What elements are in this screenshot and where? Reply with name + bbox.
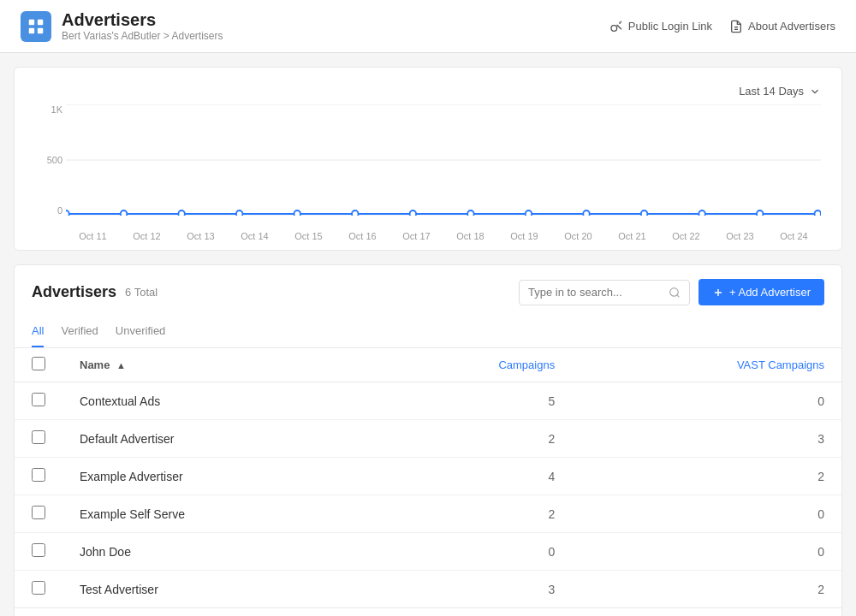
row-checkbox[interactable] <box>32 543 45 557</box>
svg-point-18 <box>526 210 532 216</box>
row-checkbox[interactable] <box>32 393 45 406</box>
vast-campaigns-count: 0 <box>572 382 841 420</box>
search-input[interactable] <box>528 286 663 299</box>
x-label-oct12: Oct 12 <box>120 231 174 241</box>
svg-rect-2 <box>29 27 34 33</box>
x-label-oct17: Oct 17 <box>389 231 443 241</box>
chart-inner <box>66 104 821 216</box>
key-icon <box>609 20 623 33</box>
table-row: Test Advertiser 3 2 <box>15 571 841 608</box>
add-button-label: + Add Advertiser <box>729 286 811 299</box>
x-axis-labels: Oct 11 Oct 12 Oct 13 Oct 14 Oct 15 Oct 1… <box>66 231 821 241</box>
table-row: John Doe 0 0 <box>15 533 841 571</box>
svg-point-19 <box>583 210 590 216</box>
table-row: Example Self Serve 2 0 <box>15 495 841 533</box>
sort-icon: ▲ <box>116 360 126 370</box>
x-label-oct18: Oct 18 <box>443 231 497 241</box>
row-checkbox[interactable] <box>32 506 45 519</box>
total-badge: 6 Total <box>125 286 158 299</box>
row-checkbox-cell[interactable] <box>15 571 62 608</box>
table-header-row: Name ▲ Campaigns VAST Campaigns <box>15 348 841 382</box>
tab-unverified[interactable]: Unverified <box>116 324 166 347</box>
vast-campaigns-column-header[interactable]: VAST Campaigns <box>572 348 841 382</box>
svg-point-15 <box>352 210 359 216</box>
x-label-oct24: Oct 24 <box>767 231 821 241</box>
svg-point-17 <box>467 210 474 216</box>
filter-tabs: All Verified Unverified <box>15 314 841 348</box>
svg-point-23 <box>814 210 821 216</box>
advertiser-name[interactable]: Test Advertiser <box>62 571 372 608</box>
x-label-oct13: Oct 13 <box>174 231 228 241</box>
section-header: Advertisers 6 Total + Add Advertiser <box>15 265 841 305</box>
table-row: Example Advertiser 4 2 <box>15 458 841 495</box>
campaigns-count: 3 <box>372 571 572 608</box>
y-label-0: 0 <box>35 205 62 216</box>
tab-verified[interactable]: Verified <box>61 324 98 347</box>
x-label-oct21: Oct 21 <box>605 231 659 241</box>
x-label-oct22: Oct 22 <box>659 231 713 241</box>
chart-svg <box>66 104 821 216</box>
x-label-oct16: Oct 16 <box>336 231 389 241</box>
campaigns-column-header[interactable]: Campaigns <box>372 348 572 382</box>
row-checkbox-cell[interactable] <box>15 420 62 458</box>
advertiser-name[interactable]: John Doe <box>62 533 372 571</box>
svg-point-11 <box>121 210 128 216</box>
public-login-label: Public Login Link <box>628 20 712 33</box>
svg-rect-1 <box>38 19 43 24</box>
header-title: Advertisers Bert Varias's AdButler > Adv… <box>62 10 223 42</box>
app-header: Advertisers Bert Varias's AdButler > Adv… <box>0 0 856 53</box>
row-checkbox[interactable] <box>32 581 45 595</box>
search-icon <box>669 286 681 299</box>
x-label-oct15: Oct 15 <box>282 231 336 241</box>
date-range-button[interactable]: Last 14 Days <box>739 85 821 98</box>
chart-section: Last 14 Days 1K 500 0 <box>14 67 842 251</box>
select-all-checkbox[interactable] <box>32 357 45 370</box>
row-checkbox-cell[interactable] <box>15 495 62 533</box>
header-left: Advertisers Bert Varias's AdButler > Adv… <box>21 10 223 42</box>
select-all-header[interactable] <box>15 348 62 382</box>
search-box[interactable] <box>519 280 690 305</box>
svg-point-4 <box>611 25 617 31</box>
advertisers-table: Name ▲ Campaigns VAST Campaigns Contextu… <box>15 348 841 607</box>
advertiser-name[interactable]: Default Advertiser <box>62 420 372 458</box>
row-checkbox[interactable] <box>32 430 45 444</box>
svg-rect-3 <box>38 27 43 33</box>
app-icon <box>21 11 51 42</box>
doc-icon <box>729 20 743 33</box>
svg-point-20 <box>641 210 648 216</box>
svg-point-24 <box>670 287 678 295</box>
row-checkbox-cell[interactable] <box>15 458 62 495</box>
svg-point-16 <box>410 210 417 216</box>
row-checkbox-cell[interactable] <box>15 382 62 420</box>
x-label-oct20: Oct 20 <box>551 231 605 241</box>
add-advertiser-button[interactable]: + Add Advertiser <box>698 279 824 305</box>
advertiser-name[interactable]: Contextual Ads <box>62 382 372 420</box>
campaigns-count: 4 <box>372 458 572 495</box>
public-login-link[interactable]: Public Login Link <box>609 20 712 33</box>
table-row: Contextual Ads 5 0 <box>15 382 841 420</box>
tab-all[interactable]: All <box>32 324 44 347</box>
breadcrumb: Bert Varias's AdButler > Advertisers <box>62 30 223 42</box>
table-row: Default Advertiser 2 3 <box>15 420 841 458</box>
page-title: Advertisers <box>62 10 223 30</box>
about-advertisers-link[interactable]: About Advertisers <box>729 20 835 33</box>
x-label-oct14: Oct 14 <box>228 231 282 241</box>
row-checkbox[interactable] <box>32 468 45 482</box>
svg-point-12 <box>178 210 185 216</box>
row-checkbox-cell[interactable] <box>15 533 62 571</box>
chevron-down-icon <box>809 86 821 98</box>
advertiser-name[interactable]: Example Advertiser <box>62 458 372 495</box>
vast-campaigns-count: 0 <box>572 533 841 571</box>
chart-area: 1K 500 0 <box>35 104 821 241</box>
x-label-oct23: Oct 23 <box>713 231 767 241</box>
svg-point-21 <box>698 210 705 216</box>
plus-icon <box>712 287 724 299</box>
y-label-500: 500 <box>35 155 62 165</box>
vast-campaigns-count: 0 <box>572 495 841 533</box>
campaigns-count: 5 <box>372 382 572 420</box>
name-column-header[interactable]: Name ▲ <box>62 348 372 382</box>
svg-point-22 <box>757 210 764 216</box>
y-axis-labels: 1K 500 0 <box>35 104 62 216</box>
svg-point-14 <box>294 210 300 216</box>
advertiser-name[interactable]: Example Self Serve <box>62 495 372 533</box>
